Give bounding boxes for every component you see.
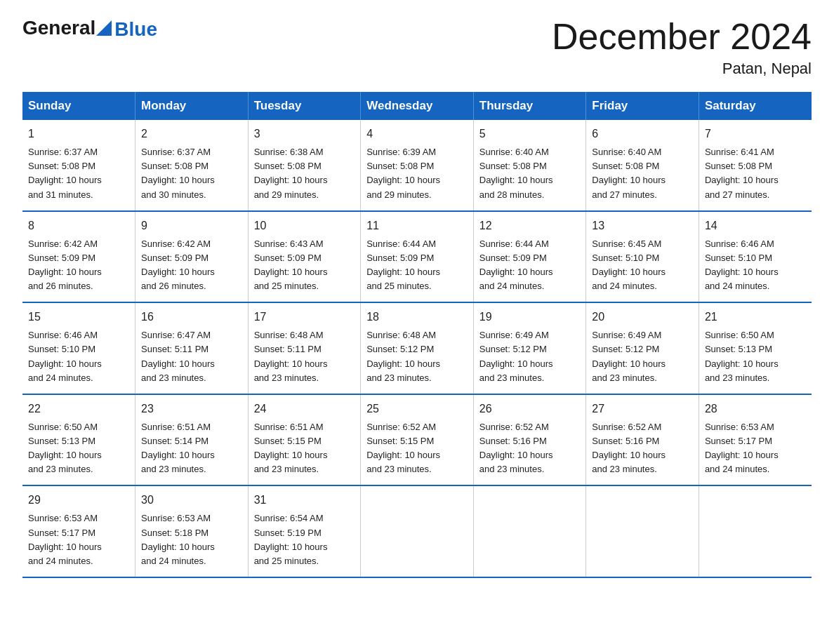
calendar-cell: 2Sunrise: 6:37 AMSunset: 5:08 PMDaylight… xyxy=(135,120,249,211)
day-info: Sunrise: 6:40 AMSunset: 5:08 PMDaylight:… xyxy=(592,145,693,202)
col-header-friday: Friday xyxy=(586,92,699,120)
day-info: Sunrise: 6:49 AMSunset: 5:12 PMDaylight:… xyxy=(479,328,581,385)
day-number: 15 xyxy=(28,309,129,326)
day-number: 3 xyxy=(254,126,355,142)
calendar-cell: 18Sunrise: 6:48 AMSunset: 5:12 PMDayligh… xyxy=(361,302,474,394)
day-number: 21 xyxy=(705,309,806,326)
calendar-cell xyxy=(586,485,699,577)
location-label: Patan, Nepal xyxy=(552,60,812,78)
col-header-saturday: Saturday xyxy=(699,92,812,120)
col-header-wednesday: Wednesday xyxy=(361,92,474,120)
calendar-cell: 14Sunrise: 6:46 AMSunset: 5:10 PMDayligh… xyxy=(699,211,812,303)
day-info: Sunrise: 6:46 AMSunset: 5:10 PMDaylight:… xyxy=(28,328,129,385)
calendar-cell: 19Sunrise: 6:49 AMSunset: 5:12 PMDayligh… xyxy=(473,302,586,394)
svg-marker-0 xyxy=(96,20,112,36)
day-info: Sunrise: 6:39 AMSunset: 5:08 PMDaylight:… xyxy=(366,145,468,202)
logo-blue-text: Blue xyxy=(114,20,157,39)
calendar-cell: 26Sunrise: 6:52 AMSunset: 5:16 PMDayligh… xyxy=(473,394,586,486)
month-title: December 2024 xyxy=(552,17,812,57)
calendar-cell xyxy=(473,485,586,577)
day-number: 31 xyxy=(254,492,355,509)
logo-general-text: General xyxy=(22,17,95,39)
day-number: 6 xyxy=(592,126,693,142)
day-info: Sunrise: 6:49 AMSunset: 5:12 PMDaylight:… xyxy=(592,328,693,385)
day-info: Sunrise: 6:46 AMSunset: 5:10 PMDaylight:… xyxy=(705,237,806,294)
calendar-cell: 7Sunrise: 6:41 AMSunset: 5:08 PMDaylight… xyxy=(699,120,812,211)
day-number: 19 xyxy=(479,309,581,326)
day-number: 30 xyxy=(141,492,242,509)
day-number: 24 xyxy=(254,401,355,417)
calendar-week-row: 1Sunrise: 6:37 AMSunset: 5:08 PMDaylight… xyxy=(22,120,812,211)
day-number: 17 xyxy=(254,309,355,326)
day-info: Sunrise: 6:37 AMSunset: 5:08 PMDaylight:… xyxy=(141,145,242,202)
day-info: Sunrise: 6:50 AMSunset: 5:13 PMDaylight:… xyxy=(705,328,806,385)
day-info: Sunrise: 6:52 AMSunset: 5:16 PMDaylight:… xyxy=(479,420,581,477)
calendar-cell: 16Sunrise: 6:47 AMSunset: 5:11 PMDayligh… xyxy=(135,302,249,394)
day-info: Sunrise: 6:43 AMSunset: 5:09 PMDaylight:… xyxy=(254,237,355,294)
logo-triangle-icon xyxy=(96,20,112,36)
col-header-thursday: Thursday xyxy=(473,92,586,120)
calendar-cell: 1Sunrise: 6:37 AMSunset: 5:08 PMDaylight… xyxy=(22,120,135,211)
day-info: Sunrise: 6:42 AMSunset: 5:09 PMDaylight:… xyxy=(141,237,242,294)
day-number: 10 xyxy=(254,217,355,234)
day-number: 29 xyxy=(28,492,129,509)
calendar-cell: 17Sunrise: 6:48 AMSunset: 5:11 PMDayligh… xyxy=(248,302,361,394)
calendar-week-row: 22Sunrise: 6:50 AMSunset: 5:13 PMDayligh… xyxy=(22,394,812,486)
day-number: 9 xyxy=(141,217,242,234)
day-info: Sunrise: 6:38 AMSunset: 5:08 PMDaylight:… xyxy=(254,145,355,202)
day-info: Sunrise: 6:54 AMSunset: 5:19 PMDaylight:… xyxy=(254,511,355,568)
calendar-header-row: SundayMondayTuesdayWednesdayThursdayFrid… xyxy=(22,92,812,120)
calendar-cell: 28Sunrise: 6:53 AMSunset: 5:17 PMDayligh… xyxy=(699,394,812,486)
calendar-cell xyxy=(361,485,474,577)
col-header-tuesday: Tuesday xyxy=(248,92,361,120)
calendar-week-row: 8Sunrise: 6:42 AMSunset: 5:09 PMDaylight… xyxy=(22,211,812,303)
calendar-week-row: 15Sunrise: 6:46 AMSunset: 5:10 PMDayligh… xyxy=(22,302,812,394)
day-info: Sunrise: 6:45 AMSunset: 5:10 PMDaylight:… xyxy=(592,237,693,294)
day-info: Sunrise: 6:53 AMSunset: 5:17 PMDaylight:… xyxy=(28,511,129,568)
day-number: 18 xyxy=(366,309,468,326)
title-block: December 2024 Patan, Nepal xyxy=(552,17,812,78)
day-number: 23 xyxy=(141,401,242,417)
day-info: Sunrise: 6:53 AMSunset: 5:17 PMDaylight:… xyxy=(705,420,806,477)
calendar-cell: 31Sunrise: 6:54 AMSunset: 5:19 PMDayligh… xyxy=(248,485,361,577)
day-number: 4 xyxy=(366,126,468,142)
calendar-cell: 5Sunrise: 6:40 AMSunset: 5:08 PMDaylight… xyxy=(473,120,586,211)
calendar-cell: 8Sunrise: 6:42 AMSunset: 5:09 PMDaylight… xyxy=(22,211,135,303)
calendar-cell: 27Sunrise: 6:52 AMSunset: 5:16 PMDayligh… xyxy=(586,394,699,486)
calendar-cell: 21Sunrise: 6:50 AMSunset: 5:13 PMDayligh… xyxy=(699,302,812,394)
day-number: 14 xyxy=(705,217,806,234)
calendar-cell: 29Sunrise: 6:53 AMSunset: 5:17 PMDayligh… xyxy=(22,485,135,577)
day-number: 7 xyxy=(705,126,806,142)
calendar-cell: 12Sunrise: 6:44 AMSunset: 5:09 PMDayligh… xyxy=(473,211,586,303)
calendar-cell: 4Sunrise: 6:39 AMSunset: 5:08 PMDaylight… xyxy=(361,120,474,211)
logo: General Blue xyxy=(22,17,157,39)
day-info: Sunrise: 6:52 AMSunset: 5:16 PMDaylight:… xyxy=(592,420,693,477)
day-info: Sunrise: 6:37 AMSunset: 5:08 PMDaylight:… xyxy=(28,145,129,202)
calendar-cell: 15Sunrise: 6:46 AMSunset: 5:10 PMDayligh… xyxy=(22,302,135,394)
day-info: Sunrise: 6:44 AMSunset: 5:09 PMDaylight:… xyxy=(366,237,468,294)
day-number: 8 xyxy=(28,217,129,234)
day-number: 12 xyxy=(479,217,581,234)
calendar-table: SundayMondayTuesdayWednesdayThursdayFrid… xyxy=(22,92,812,578)
day-number: 5 xyxy=(479,126,581,142)
day-number: 27 xyxy=(592,401,693,417)
day-info: Sunrise: 6:41 AMSunset: 5:08 PMDaylight:… xyxy=(705,145,806,202)
calendar-cell: 25Sunrise: 6:52 AMSunset: 5:15 PMDayligh… xyxy=(361,394,474,486)
day-number: 20 xyxy=(592,309,693,326)
day-info: Sunrise: 6:51 AMSunset: 5:15 PMDaylight:… xyxy=(254,420,355,477)
day-info: Sunrise: 6:53 AMSunset: 5:18 PMDaylight:… xyxy=(141,511,242,568)
calendar-cell xyxy=(699,485,812,577)
day-info: Sunrise: 6:40 AMSunset: 5:08 PMDaylight:… xyxy=(479,145,581,202)
day-info: Sunrise: 6:52 AMSunset: 5:15 PMDaylight:… xyxy=(366,420,468,477)
calendar-cell: 30Sunrise: 6:53 AMSunset: 5:18 PMDayligh… xyxy=(135,485,249,577)
day-info: Sunrise: 6:44 AMSunset: 5:09 PMDaylight:… xyxy=(479,237,581,294)
day-number: 16 xyxy=(141,309,242,326)
day-info: Sunrise: 6:51 AMSunset: 5:14 PMDaylight:… xyxy=(141,420,242,477)
day-number: 25 xyxy=(366,401,468,417)
page-header: General Blue December 2024 Patan, Nepal xyxy=(22,17,812,78)
day-number: 22 xyxy=(28,401,129,417)
col-header-sunday: Sunday xyxy=(22,92,135,120)
calendar-week-row: 29Sunrise: 6:53 AMSunset: 5:17 PMDayligh… xyxy=(22,485,812,577)
day-info: Sunrise: 6:48 AMSunset: 5:11 PMDaylight:… xyxy=(254,328,355,385)
calendar-cell: 23Sunrise: 6:51 AMSunset: 5:14 PMDayligh… xyxy=(135,394,249,486)
